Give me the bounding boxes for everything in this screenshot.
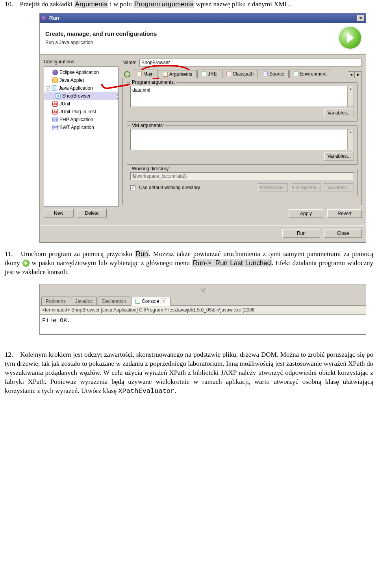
banner-subtitle: Run a Java application — [45, 39, 157, 46]
console-icon — [135, 299, 140, 304]
delete-config-button[interactable]: Delete — [77, 209, 107, 218]
tab-classpath[interactable]: Classpath — [222, 70, 258, 78]
step-12: 12. Kolejnym krokiem jest odczyt zawarto… — [5, 350, 373, 396]
highlight-run-last-launched: Run Last Lunched — [215, 259, 272, 267]
program-arguments-label: Program arguments: — [130, 79, 176, 85]
environment-icon — [294, 72, 298, 76]
vm-args-variables-button[interactable]: Variables... — [324, 152, 354, 160]
step-10: 10. Przejdź do zakładki Arguments i w po… — [5, 0, 373, 9]
highlight-arguments: Arguments — [74, 0, 108, 8]
tab-scroll-right[interactable]: ► — [355, 71, 362, 78]
arguments-tabpanel: Program arguments: data.xml Variables...… — [122, 78, 362, 205]
main-icon — [137, 72, 142, 76]
vm-arguments-input[interactable] — [130, 129, 354, 150]
scrollbar[interactable] — [347, 129, 354, 150]
dialog-banner: Create, manage, and run configurations R… — [40, 23, 366, 55]
use-default-wd-checkbox[interactable]: ✓ — [130, 185, 135, 190]
tab-declaration[interactable]: Declaration — [98, 297, 130, 305]
tab-javadoc[interactable]: Javadoc — [71, 297, 97, 305]
config-tabbar: Main Arguments JRE Classpath Source Envi… — [122, 70, 362, 78]
banner-title: Create, manage, and run configurations — [45, 30, 157, 38]
tab-problems[interactable]: Problems — [41, 297, 70, 305]
close-icon[interactable]: × — [357, 15, 364, 21]
php-icon: php — [52, 117, 58, 122]
program-args-variables-button[interactable]: Variables... — [324, 109, 354, 117]
step-11-number: 11. — [5, 250, 18, 259]
java-icon: J — [55, 93, 61, 99]
collapse-icon[interactable]: - — [46, 86, 50, 90]
use-default-wd-label: Use default working directory — [139, 185, 200, 190]
junit-icon: Ju — [52, 109, 58, 114]
run-dialog: Run × Create, manage, and run configurat… — [39, 13, 366, 243]
pointer-icon: ☟ — [40, 284, 366, 295]
program-arguments-group: Program arguments: data.xml Variables... — [127, 82, 358, 122]
tree-item-java-applet[interactable]: Java Applet — [45, 76, 117, 84]
view-tabs: Problems Javadoc Declaration Console ✕ — [40, 295, 366, 306]
workspace-button: Workspace... — [258, 183, 288, 192]
config-name-input[interactable] — [139, 59, 362, 66]
working-directory-label: Working directory: — [130, 166, 171, 172]
console-screenshot: ☟ Problems Javadoc Declaration Console ✕… — [39, 284, 366, 335]
vm-arguments-group: VM arguments: Variables... — [127, 125, 358, 165]
tab-console[interactable]: Console ✕ — [131, 297, 170, 306]
run-toolbar-icon — [22, 260, 30, 267]
filesystem-button: File System... — [291, 183, 321, 192]
highlight-run: Run — [135, 250, 149, 258]
tab-environment[interactable]: Environment — [289, 70, 331, 78]
tab-source[interactable]: Source — [259, 70, 289, 78]
run-dialog-screenshot: Run × Create, manage, and run configurat… — [39, 13, 373, 243]
highlight-run-menu: Run-> — [192, 259, 215, 267]
source-icon — [263, 72, 268, 76]
dialog-separator — [40, 225, 366, 226]
configurations-tree[interactable]: Eclipse Application Java Applet -JJava A… — [44, 66, 119, 206]
tab-scroll-left[interactable]: ◄ — [348, 71, 355, 78]
class-name-xpathevaluator: XPathEvaluator — [118, 387, 174, 395]
console-output: File OK. — [40, 315, 366, 334]
working-directory-group: Working directory: ✓ Use default working… — [127, 169, 358, 196]
console-view: ☟ Problems Javadoc Declaration Console ✕… — [39, 284, 366, 335]
tree-item-shopbrowser[interactable]: JShopBrowser — [45, 92, 117, 100]
vm-arguments-label: VM arguments: — [130, 122, 165, 129]
wd-variables-button: Variables... — [324, 183, 354, 192]
revert-button[interactable]: Revert — [327, 209, 362, 218]
swt-icon: SWT — [52, 125, 58, 130]
arguments-icon — [163, 72, 168, 77]
configurations-label: Configurations: — [44, 59, 119, 65]
highlight-program-arguments: Program arguments — [133, 0, 194, 8]
step-10-number: 10. — [5, 0, 18, 9]
apply-button[interactable]: Apply — [289, 209, 323, 218]
applet-icon — [52, 77, 58, 83]
run-button[interactable]: Run — [282, 229, 320, 238]
scrollbar[interactable] — [347, 86, 354, 107]
titlebar: Run × — [40, 13, 366, 23]
jre-icon — [202, 72, 206, 76]
tree-item-java-application[interactable]: -JJava Application — [45, 84, 117, 92]
working-directory-input — [130, 172, 354, 180]
program-arguments-input[interactable]: data.xml — [130, 86, 354, 107]
tree-item-junit[interactable]: JuJUnit — [45, 100, 117, 108]
classpath-icon — [226, 72, 231, 76]
refresh-icon[interactable] — [124, 71, 130, 77]
junit-icon: Ju — [52, 101, 58, 107]
tab-arguments[interactable]: Arguments — [159, 70, 196, 79]
new-config-button[interactable]: New — [44, 209, 74, 218]
run-badge-icon — [339, 27, 361, 49]
tree-item-junit-plugin[interactable]: JuJUnit Plug-in Test — [45, 108, 117, 116]
console-status: <terminated> ShopBrowser [Java Applicati… — [40, 306, 366, 315]
eclipse-icon — [41, 15, 47, 21]
eclipse-icon — [52, 70, 58, 75]
name-label: Name: — [122, 59, 136, 66]
java-icon: J — [52, 85, 57, 91]
tree-item-swt-application[interactable]: SWTSWT Application — [45, 123, 117, 131]
step-11: 11. Uruchom program za pomocą przycisku … — [5, 250, 373, 277]
close-button[interactable]: Close — [324, 229, 362, 238]
tab-jre[interactable]: JRE — [197, 70, 221, 78]
step-12-number: 12. — [5, 350, 18, 359]
close-tab-icon[interactable]: ✕ — [161, 299, 166, 304]
tab-main[interactable]: Main — [133, 70, 158, 78]
dialog-title: Run — [49, 15, 59, 22]
tree-item-eclipse-application[interactable]: Eclipse Application — [45, 68, 117, 76]
tree-item-php-application[interactable]: phpPHP Application — [45, 116, 117, 123]
